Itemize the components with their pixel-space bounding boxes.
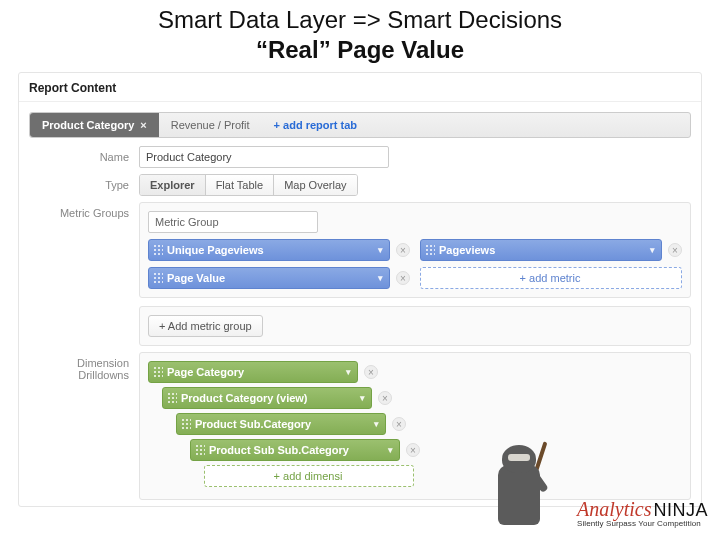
slide-title: Smart Data Layer => Smart Decisions (0, 0, 720, 36)
close-icon[interactable]: × (140, 119, 146, 131)
add-dimension-button[interactable]: + add dimensi (204, 465, 414, 487)
chip-label: Pageviews (439, 244, 495, 256)
chevron-down-icon[interactable]: ▾ (378, 245, 383, 255)
drilldown-row: + add dimensi (204, 465, 682, 487)
drilldowns-label: Dimension Drilldowns (29, 352, 139, 381)
row-metric-groups: Metric Groups Unique Pageviews ▾ × (29, 202, 691, 346)
chip-label: Product Category (view) (181, 392, 308, 404)
drilldown-chip-product-category-view[interactable]: Product Category (view) ▾ (162, 387, 372, 409)
chevron-down-icon[interactable]: ▾ (388, 445, 393, 455)
metric-row: Pageviews ▾ × (420, 239, 682, 261)
drag-handle-icon[interactable] (167, 392, 177, 404)
remove-metric-icon[interactable]: × (396, 271, 410, 285)
brand-tagline: Silently Surpass Your Competition (577, 519, 708, 528)
type-segmented: Explorer Flat Table Map Overlay (139, 174, 358, 196)
type-option-flat-table[interactable]: Flat Table (206, 175, 275, 195)
type-label: Type (29, 174, 139, 191)
chip-label: Product Sub.Category (195, 418, 311, 430)
type-option-explorer[interactable]: Explorer (140, 175, 206, 195)
metric-chip-pageviews[interactable]: Pageviews ▾ (420, 239, 662, 261)
metric-chip-unique-pageviews[interactable]: Unique Pageviews ▾ (148, 239, 390, 261)
chevron-down-icon[interactable]: ▾ (374, 419, 379, 429)
brand-word-2: NINJA (653, 500, 708, 521)
remove-metric-icon[interactable]: × (668, 243, 682, 257)
name-label: Name (29, 146, 139, 163)
remove-dimension-icon[interactable]: × (406, 443, 420, 457)
remove-dimension-icon[interactable]: × (392, 417, 406, 431)
tab-label: Revenue / Profit (171, 119, 250, 131)
drag-handle-icon[interactable] (153, 272, 163, 284)
remove-dimension-icon[interactable]: × (378, 391, 392, 405)
drag-handle-icon[interactable] (153, 366, 163, 378)
drilldown-row: Product Sub Sub.Category ▾ × (190, 439, 682, 461)
metric-row: Page Value ▾ × (148, 267, 410, 289)
drag-handle-icon[interactable] (195, 444, 205, 456)
drilldown-chip-page-category[interactable]: Page Category ▾ (148, 361, 358, 383)
type-option-map-overlay[interactable]: Map Overlay (274, 175, 356, 195)
metric-group-name-input[interactable] (148, 211, 318, 233)
drag-handle-icon[interactable] (181, 418, 191, 430)
tab-product-category[interactable]: Product Category × (30, 113, 159, 137)
remove-metric-icon[interactable]: × (396, 243, 410, 257)
slide-subtitle: “Real” Page Value (0, 36, 720, 64)
report-tabbar: Product Category × Revenue / Profit + ad… (29, 112, 691, 138)
drilldown-row: Product Category (view) ▾ × (162, 387, 682, 409)
chevron-down-icon[interactable]: ▾ (650, 245, 655, 255)
chip-label: + add dimensi (274, 470, 343, 482)
chip-label: + add metric (520, 272, 581, 284)
drilldown-row: Page Category ▾ × (148, 361, 682, 383)
drag-handle-icon[interactable] (425, 244, 435, 256)
brand-word-1: Analytics (577, 498, 651, 521)
report-panel: Report Content Product Category × Revenu… (18, 72, 702, 507)
metric-row: Unique Pageviews ▾ × (148, 239, 410, 261)
metric-grid: Unique Pageviews ▾ × Pageviews ▾ × (148, 239, 682, 289)
chip-label: Page Category (167, 366, 244, 378)
name-input[interactable] (139, 146, 389, 168)
drilldown-box: Page Category ▾ × Product Category (view… (139, 352, 691, 500)
add-report-tab-link[interactable]: + add report tab (262, 119, 369, 131)
metric-chip-page-value[interactable]: Page Value ▾ (148, 267, 390, 289)
chip-label: Page Value (167, 272, 225, 284)
drilldown-row: Product Sub.Category ▾ × (176, 413, 682, 435)
metric-row: + add metric (420, 267, 682, 289)
row-dimension-drilldowns: Dimension Drilldowns Page Category ▾ × P… (29, 352, 691, 500)
drilldown-chip-product-subcategory[interactable]: Product Sub.Category ▾ (176, 413, 386, 435)
ninja-illustration (480, 439, 560, 534)
row-name: Name (29, 146, 691, 168)
drilldown-chip-product-sub-subcategory[interactable]: Product Sub Sub.Category ▾ (190, 439, 400, 461)
add-metric-group-button[interactable]: + Add metric group (148, 315, 263, 337)
remove-dimension-icon[interactable]: × (364, 365, 378, 379)
row-type: Type Explorer Flat Table Map Overlay (29, 174, 691, 196)
chip-label: Product Sub Sub.Category (209, 444, 349, 456)
brand-logo: AnalyticsNINJA Silently Surpass Your Com… (577, 498, 708, 528)
tab-revenue-profit[interactable]: Revenue / Profit (159, 113, 262, 137)
add-metric-button[interactable]: + add metric (420, 267, 682, 289)
chevron-down-icon[interactable]: ▾ (360, 393, 365, 403)
tab-label: Product Category (42, 119, 134, 131)
panel-header: Report Content (19, 73, 701, 102)
chevron-down-icon[interactable]: ▾ (378, 273, 383, 283)
add-metric-group-box: + Add metric group (139, 306, 691, 346)
drag-handle-icon[interactable] (153, 244, 163, 256)
chevron-down-icon[interactable]: ▾ (346, 367, 351, 377)
metric-group-box: Unique Pageviews ▾ × Pageviews ▾ × (139, 202, 691, 298)
chip-label: Unique Pageviews (167, 244, 264, 256)
metric-groups-label: Metric Groups (29, 202, 139, 219)
